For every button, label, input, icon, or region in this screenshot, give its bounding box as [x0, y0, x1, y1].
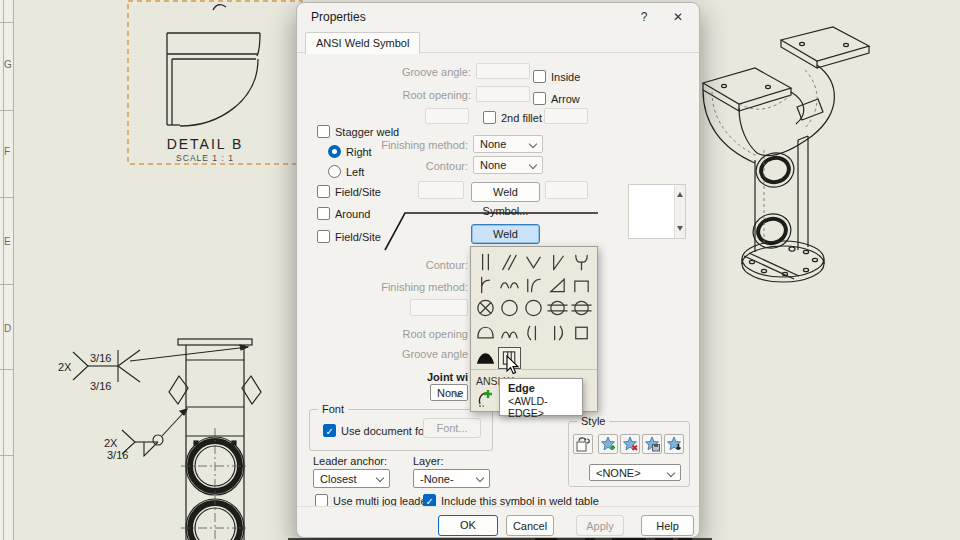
help-icon[interactable]: ? — [635, 8, 653, 26]
weld-symbol-bevel-groove[interactable] — [546, 251, 569, 273]
weld-symbol-flare-v[interactable] — [498, 274, 521, 296]
inside-checkbox-row[interactable]: Inside — [533, 70, 580, 83]
zone-letter-f: F — [4, 146, 10, 157]
tooltip-code: <AWLD-EDGE> — [508, 395, 574, 419]
cancel-button[interactable]: Cancel — [506, 515, 554, 536]
screen: DETAIL B SCALE 1 : 1 — [0, 0, 960, 540]
weld-symbol-top-button[interactable]: Weld Symbol... — [471, 182, 540, 202]
second-fillet-checkbox[interactable] — [483, 111, 496, 124]
field-site-top-checkbox[interactable] — [317, 185, 330, 198]
second-fillet-size-input[interactable] — [544, 108, 588, 124]
weld-symbol-j-groove[interactable] — [474, 274, 497, 296]
apply-defaults-style-button[interactable] — [573, 434, 593, 454]
root-opening-input[interactable] — [476, 86, 530, 102]
isometric-view-geometry[interactable] — [703, 27, 869, 282]
weld-symbol-u-groove[interactable] — [570, 251, 593, 273]
leader-anchor-dropdown[interactable]: Closest — [313, 469, 390, 488]
weld-symbol-v-groove[interactable] — [522, 251, 545, 273]
weld-symbol-seam[interactable] — [522, 297, 545, 319]
finishing-method-dropdown[interactable]: None — [473, 135, 543, 153]
weld-symbol-plug-slot[interactable] — [474, 322, 497, 344]
arrow-checkbox[interactable] — [533, 92, 546, 105]
joint-spacer-dropdown[interactable]: None — [430, 384, 468, 401]
detail-view-scale: SCALE 1 : 1 — [176, 153, 234, 163]
use-document-font-label: Use document font — [341, 425, 433, 437]
weld-symbol-square-groove[interactable] — [474, 251, 497, 273]
fillet-size-input[interactable] — [425, 108, 469, 124]
weld-callout-2-size: 3/16 — [107, 449, 128, 461]
around-checkbox-row[interactable]: Around — [317, 207, 370, 220]
top-symbol-right-input[interactable] — [545, 181, 588, 199]
second-fillet-label: 2nd fillet — [501, 112, 542, 124]
tab-strip: ANSI Weld Symbol — [297, 30, 699, 53]
preview-scrollbar[interactable] — [674, 185, 685, 238]
weld-callout-2[interactable] — [122, 409, 187, 456]
add-style-button[interactable] — [598, 434, 618, 454]
weld-symbol-flare-curve-line[interactable] — [522, 322, 545, 344]
weld-symbol-fillet[interactable] — [546, 274, 569, 296]
weld-symbol-consumable-insert[interactable] — [570, 322, 593, 344]
root-opening-label: Root opening: — [357, 89, 471, 101]
tooltip: Edge <AWLD-EDGE> — [499, 378, 583, 416]
ok-button[interactable]: OK — [438, 515, 498, 536]
delete-style-button[interactable] — [620, 434, 640, 454]
field-site-bottom-checkbox-row[interactable]: Field/Site — [317, 230, 381, 243]
leader-anchor-label: Leader anchor: — [313, 455, 387, 467]
inside-checkbox[interactable] — [533, 70, 546, 83]
save-style-button[interactable] — [642, 434, 662, 454]
root-opening-lower-label: Root opening — [337, 328, 468, 340]
weld-symbol-resistance-seam-2[interactable] — [570, 297, 593, 319]
weld-callout-1-top-size: 3/16 — [90, 352, 111, 364]
joint-with-spacer-label: Joint wi — [427, 371, 468, 383]
tab-ansi-weld-symbol[interactable]: ANSI Weld Symbol — [305, 32, 420, 54]
contour-label: Contour: — [337, 160, 468, 172]
field-site-bottom-label: Field/Site — [335, 231, 381, 243]
field-site-bottom-checkbox[interactable] — [317, 230, 330, 243]
close-icon[interactable]: ✕ — [669, 8, 687, 26]
use-document-font-row[interactable]: Use document font — [323, 424, 433, 437]
around-checkbox[interactable] — [317, 207, 330, 220]
stagger-weld-checkbox-row[interactable]: Stagger weld — [317, 125, 399, 138]
weld-symbol-back-weld[interactable] — [498, 322, 521, 344]
weld-symbol-flare-bevel[interactable] — [522, 274, 545, 296]
inside-label: Inside — [551, 71, 580, 83]
scroll-up-icon[interactable] — [677, 189, 683, 197]
weld-symbol-corner-flange[interactable] — [570, 274, 593, 296]
second-fillet-checkbox-row[interactable]: 2nd fillet — [483, 111, 542, 124]
weld-symbol-spot-projection[interactable] — [474, 297, 497, 319]
weld-symbol-spot[interactable] — [498, 297, 521, 319]
weld-symbol-resistance-seam[interactable] — [546, 297, 569, 319]
groove-angle-input[interactable] — [476, 63, 530, 79]
zone-letter-d: D — [4, 323, 11, 334]
groove-angle-label: Groove angle: — [357, 66, 471, 78]
style-group-legend: Style — [577, 415, 609, 427]
dialog-title: Properties — [311, 10, 366, 24]
scroll-down-icon[interactable] — [677, 226, 683, 234]
font-button[interactable]: Font... — [423, 418, 481, 438]
weld-symbol-backing-bar[interactable] — [474, 347, 497, 369]
zone-letter-g: G — [4, 59, 12, 70]
arrow-checkbox-row[interactable]: Arrow — [533, 92, 580, 105]
detail-view-geometry[interactable] — [167, 33, 260, 126]
sheet-zone-strip: G F E D — [0, 0, 14, 540]
help-button[interactable]: Help — [641, 515, 694, 536]
weld-symbol-scarf[interactable] — [498, 251, 521, 273]
stagger-weld-checkbox[interactable] — [317, 125, 330, 138]
load-style-button[interactable] — [664, 434, 684, 454]
detail-view-label: DETAIL B — [167, 136, 244, 152]
contour-dropdown[interactable]: None — [473, 156, 543, 174]
zone-letter-e: E — [4, 236, 11, 247]
insert-new-symbol-icon[interactable] — [476, 388, 496, 414]
layer-dropdown[interactable]: -None- — [413, 469, 490, 488]
weld-symbol-curve-line[interactable] — [546, 322, 569, 344]
top-symbol-left-input[interactable] — [418, 181, 464, 199]
weld-callout-1-bottom-size: 3/16 — [90, 380, 111, 392]
apply-button[interactable]: Apply — [576, 515, 624, 536]
weld-symbol-bottom-button[interactable]: Weld Symbol... — [471, 224, 540, 244]
layer-label: Layer: — [413, 455, 444, 467]
style-dropdown[interactable]: <NONE> — [589, 464, 681, 481]
finishing-method-lower-label: Finishing method: — [337, 281, 468, 293]
field-site-top-checkbox-row[interactable]: Field/Site — [317, 185, 381, 198]
use-document-font-checkbox[interactable] — [323, 424, 336, 437]
lower-size-input[interactable] — [410, 299, 468, 316]
